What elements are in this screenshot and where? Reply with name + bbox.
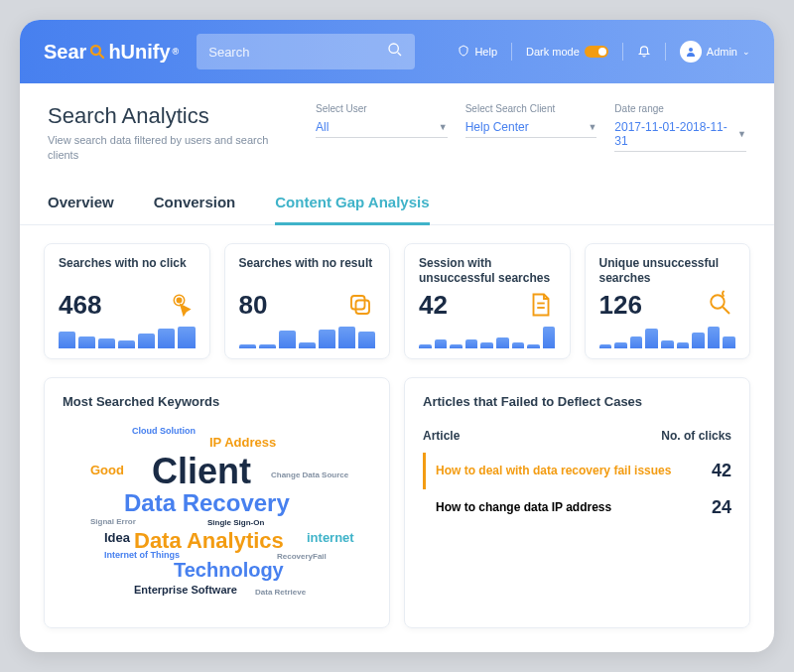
search-input[interactable]	[208, 45, 379, 60]
logo: SearhUnify®	[44, 41, 179, 64]
darkmode-toggle[interactable]: Dark mode	[526, 46, 608, 58]
keyword[interactable]: Data Retrieve	[255, 588, 306, 597]
search-box[interactable]	[197, 34, 415, 69]
stat-value: 468	[59, 290, 101, 321]
article-clicks: 42	[696, 461, 731, 481]
app-window: SearhUnify® Help Dark mode Admin	[20, 20, 774, 652]
article-name: How to deal with data recovery fail issu…	[436, 463, 684, 478]
svg-rect-8	[356, 301, 370, 315]
article-row[interactable]: How to change data IP address24	[423, 489, 731, 526]
caret-down-icon: ▼	[439, 122, 448, 132]
stat-value: 42	[419, 290, 448, 321]
darkmode-label: Dark mode	[526, 46, 580, 58]
divider	[665, 43, 666, 61]
filter-label: Date range	[614, 103, 746, 114]
user-label: Admin	[707, 46, 737, 58]
stat-label: Searches with no result	[239, 256, 376, 288]
user-menu[interactable]: Admin ⌄	[680, 41, 750, 63]
tab-conversion[interactable]: Conversion	[154, 186, 236, 224]
search-icon[interactable]	[387, 42, 403, 62]
divider	[511, 43, 512, 61]
stat-unsuccessful: Session with unsuccessful searches 42	[404, 243, 571, 359]
stat-label: Unique unsuccessful searches	[599, 256, 736, 288]
click-icon	[166, 290, 196, 320]
keyword[interactable]: Change Data Source	[271, 470, 348, 479]
article-clicks: 24	[696, 497, 731, 518]
stat-value: 80	[239, 290, 268, 321]
tab-contentgap[interactable]: Content Gap Analysis	[275, 186, 429, 225]
article-row[interactable]: How to deal with data recovery fail issu…	[423, 453, 731, 489]
document-icon	[526, 290, 556, 320]
filter-label: Select User	[316, 103, 448, 114]
keyword[interactable]: internet	[307, 530, 354, 545]
panel-articles: Articles that Failed to Deflect Cases Ar…	[404, 377, 750, 628]
top-header: SearhUnify® Help Dark mode Admin	[20, 20, 774, 83]
panel-title: Articles that Failed to Deflect Cases	[423, 394, 731, 409]
notifications-button[interactable]	[637, 44, 651, 60]
svg-point-2	[389, 44, 398, 53]
help-label: Help	[474, 46, 497, 58]
keyword[interactable]: Client	[152, 451, 251, 492]
sparkline	[59, 327, 196, 348]
search-icon	[706, 290, 735, 320]
divider	[622, 43, 623, 61]
page-title: Search Analytics	[48, 103, 286, 129]
keyword[interactable]: IP Address	[209, 435, 276, 450]
keyword[interactable]: RecoveryFail	[277, 552, 327, 561]
stat-value: 126	[599, 290, 642, 321]
stat-unique: Unique unsuccessful searches 126	[585, 243, 751, 359]
filters: Select User All▼ Select Search Client He…	[316, 103, 746, 164]
sparkline	[419, 327, 556, 348]
keyword[interactable]: Data Recovery	[124, 489, 290, 517]
svg-line-3	[398, 53, 401, 56]
filter-daterange[interactable]: Date range 2017-11-01-2018-11-31▼	[614, 103, 746, 164]
page-subtitle: View search data filtered by users and s…	[48, 133, 286, 164]
filter-value: All	[316, 120, 329, 134]
article-table-head: Article No. of clicks	[423, 423, 731, 453]
filter-client[interactable]: Select Search Client Help Center▼	[465, 103, 597, 164]
copy-icon	[345, 290, 375, 320]
keyword[interactable]: Single Sign-On	[207, 518, 264, 527]
keyword[interactable]: Good	[90, 463, 124, 477]
svg-point-6	[177, 299, 182, 304]
header-right: Help Dark mode Admin ⌄	[458, 41, 750, 63]
article-name: How to change data IP address	[436, 499, 684, 515]
svg-line-1	[100, 54, 104, 58]
keyword[interactable]: Signal Error	[90, 517, 136, 526]
stat-noclick: Searches with no click 468	[44, 243, 210, 359]
panels: Most Searched Keywords ClientData Recove…	[20, 377, 774, 652]
sparkline	[239, 327, 376, 348]
magnify-icon	[88, 43, 106, 61]
tabs: Overview Conversion Content Gap Analysis	[20, 174, 774, 225]
caret-down-icon: ▼	[737, 129, 746, 139]
col-article: Article	[423, 429, 460, 443]
filter-user[interactable]: Select User All▼	[316, 103, 448, 164]
bell-icon	[637, 44, 651, 60]
keyword[interactable]: Internet of Things	[104, 550, 180, 560]
keyword[interactable]: Technology	[174, 559, 284, 582]
toggle-icon	[585, 46, 608, 58]
filter-value: 2017-11-01-2018-11-31	[614, 120, 737, 148]
svg-point-4	[689, 48, 693, 52]
panel-keywords: Most Searched Keywords ClientData Recove…	[44, 377, 390, 628]
filter-value: Help Center	[465, 120, 529, 134]
shield-icon	[458, 45, 469, 59]
sparkline	[599, 327, 736, 348]
svg-point-11	[711, 296, 725, 310]
col-clicks: No. of clicks	[661, 429, 731, 443]
stats-row: Searches with no click 468 Searches with…	[20, 225, 774, 377]
caret-down-icon: ▼	[588, 122, 596, 132]
tab-overview[interactable]: Overview	[48, 186, 114, 224]
help-link[interactable]: Help	[458, 45, 497, 59]
svg-line-12	[723, 308, 729, 315]
wordcloud: ClientData RecoveryData AnalyticsTechnol…	[63, 423, 371, 611]
keyword[interactable]: Enterprise Software	[134, 584, 237, 596]
svg-rect-7	[351, 296, 365, 310]
keyword[interactable]: Cloud Solution	[132, 426, 196, 436]
keyword[interactable]: Idea	[104, 530, 130, 545]
panel-title: Most Searched Keywords	[63, 394, 371, 409]
stat-noresult: Searches with no result 80	[224, 243, 391, 359]
page-header: Search Analytics View search data filter…	[20, 83, 774, 174]
stat-label: Searches with no click	[59, 256, 196, 288]
stat-label: Session with unsuccessful searches	[419, 256, 556, 288]
